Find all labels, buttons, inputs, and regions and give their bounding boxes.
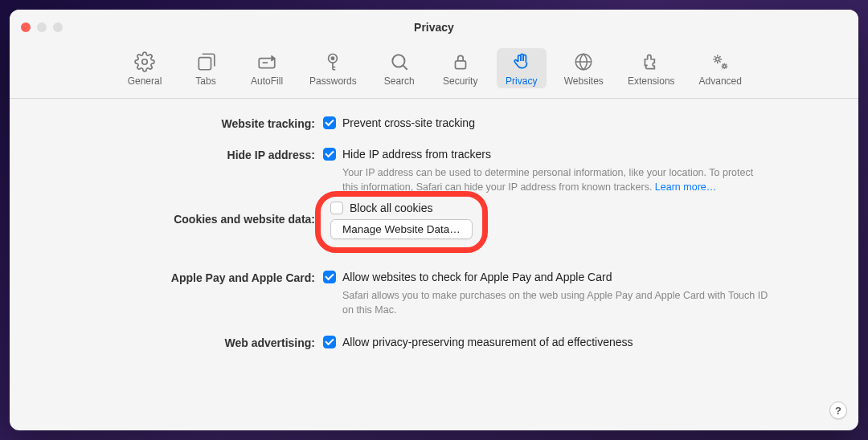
- tab-websites[interactable]: Websites: [558, 48, 610, 88]
- tab-label: Extensions: [628, 75, 675, 87]
- hand-icon: [511, 51, 532, 72]
- svg-rect-6: [455, 61, 465, 69]
- hide-ip-description: Your IP address can be used to determine…: [323, 165, 770, 194]
- tab-label: AutoFill: [251, 75, 283, 87]
- tab-label: Passwords: [309, 75, 357, 87]
- window-controls: [10, 22, 63, 32]
- apple-pay-text: Allow websites to check for Apple Pay an…: [342, 271, 612, 283]
- block-all-cookies-checkbox[interactable]: [330, 202, 343, 214]
- lock-icon: [450, 51, 471, 72]
- tab-general[interactable]: General: [120, 48, 170, 88]
- tab-passwords[interactable]: Passwords: [303, 48, 363, 88]
- tab-privacy[interactable]: Privacy: [497, 48, 547, 88]
- svg-point-8: [716, 58, 719, 61]
- puzzle-icon: [641, 51, 661, 72]
- tabs-icon: [195, 51, 216, 72]
- minimize-button[interactable]: [37, 22, 47, 32]
- svg-point-5: [392, 55, 404, 67]
- web-advertising-text: Allow privacy-preserving measurement of …: [342, 336, 633, 348]
- hide-ip-text: Hide IP address from trackers: [342, 148, 491, 161]
- tab-label: Advanced: [699, 75, 742, 87]
- prevent-cross-site-tracking-checkbox[interactable]: [323, 116, 336, 129]
- help-button[interactable]: ?: [829, 401, 847, 419]
- titlebar: Privacy: [10, 10, 858, 45]
- tab-extensions[interactable]: Extensions: [621, 48, 682, 88]
- web-advertising-checkbox[interactable]: [323, 336, 336, 348]
- website-tracking-label: Website tracking:: [50, 116, 323, 130]
- gear-icon: [134, 51, 155, 72]
- manage-website-data-button[interactable]: Manage Website Data…: [330, 219, 473, 239]
- svg-rect-1: [199, 58, 211, 70]
- tab-label: Tabs: [195, 75, 215, 87]
- svg-point-0: [142, 59, 148, 65]
- tab-label: Privacy: [506, 75, 537, 87]
- tab-search[interactable]: Search: [375, 48, 424, 88]
- svg-point-4: [332, 57, 334, 59]
- tab-advanced[interactable]: Advanced: [693, 48, 748, 88]
- tab-label: General: [128, 75, 162, 87]
- close-button[interactable]: [21, 22, 31, 32]
- learn-more-link[interactable]: Learn more…: [655, 181, 716, 193]
- search-icon: [389, 51, 410, 72]
- cookies-label: Cookies and website data:: [50, 212, 323, 226]
- apple-pay-label: Apple Pay and Apple Card:: [50, 271, 323, 284]
- privacy-settings-content: Website tracking: Prevent cross-site tra…: [10, 99, 858, 362]
- apple-pay-description: Safari allows you to make purchases on t…: [323, 288, 770, 317]
- annotation-highlight: Block all cookies Manage Website Data…: [315, 191, 488, 253]
- web-advertising-label: Web advertising:: [50, 336, 323, 349]
- hide-ip-label: Hide IP address:: [50, 148, 323, 161]
- apple-pay-checkbox[interactable]: [323, 271, 336, 283]
- block-all-cookies-text: Block all cookies: [350, 202, 433, 214]
- prevent-cross-site-tracking-text: Prevent cross-site tracking: [342, 116, 475, 129]
- tab-label: Security: [443, 75, 477, 87]
- preferences-window: Privacy General Tabs AutoFill Passwords …: [10, 10, 858, 430]
- autofill-icon: [256, 51, 277, 72]
- tab-label: Search: [384, 75, 415, 87]
- globe-icon: [573, 51, 594, 72]
- tab-tabs[interactable]: Tabs: [181, 48, 231, 88]
- svg-point-9: [723, 65, 726, 67]
- tab-security[interactable]: Security: [436, 48, 485, 88]
- tab-label: Websites: [564, 75, 604, 87]
- maximize-button[interactable]: [53, 22, 63, 32]
- key-icon: [322, 51, 343, 72]
- preferences-toolbar: General Tabs AutoFill Passwords Search S…: [10, 45, 858, 99]
- gears-icon: [710, 51, 731, 72]
- tab-autofill[interactable]: AutoFill: [242, 48, 292, 88]
- window-title: Privacy: [10, 21, 858, 34]
- hide-ip-checkbox[interactable]: [323, 148, 336, 161]
